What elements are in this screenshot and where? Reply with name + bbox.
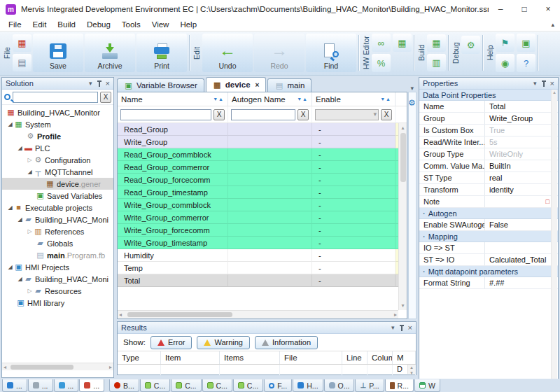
column-header-autogen-name[interactable]: Autogen Name▼▲ [228, 92, 312, 106]
table-row[interactable]: Write_Group- [118, 136, 407, 148]
scroll-up-icon[interactable]: ▴ [401, 125, 404, 131]
build-solution-button[interactable]: ▦ [427, 34, 446, 52]
sort-icons[interactable]: ▼▲ [380, 97, 391, 102]
property-row-comm-value[interactable]: Comm. Value Ma...BuiltIn [419, 160, 558, 172]
scroll-down-icon[interactable]: ▾ [410, 370, 413, 376]
bottom-tab-c1[interactable]: C... [140, 379, 170, 392]
results-pin-icon[interactable] [399, 325, 405, 331]
bottom-tab-p[interactable]: ⊥P... [355, 379, 384, 392]
expander-icon[interactable]: ◢ [16, 276, 24, 282]
bottom-tab-c4[interactable]: C... [233, 379, 263, 392]
scroll-right-icon[interactable]: ▸ [109, 364, 112, 370]
tree-item-profile[interactable]: Profile [2, 130, 113, 142]
autogen-filter-clear-button[interactable]: X [298, 109, 309, 120]
property-row-read-write-interval[interactable]: Read/Write Inter...5s [419, 136, 558, 148]
table-settings-gear-icon[interactable]: ⚙ [408, 98, 416, 108]
scroll-down-icon[interactable]: ▾ [401, 302, 404, 309]
bottom-tab-find[interactable]: F... [264, 379, 292, 392]
help-about-button[interactable]: ? [517, 54, 536, 72]
property-row-st-type[interactable]: ST Typereal [419, 172, 558, 184]
close-button[interactable]: × [536, 0, 560, 18]
information-filter-button[interactable]: Information [255, 336, 318, 349]
tab-close-icon[interactable]: × [255, 81, 260, 89]
expander-icon[interactable]: ▷ [26, 157, 34, 163]
minimize-button[interactable]: – [489, 0, 512, 18]
tree-item-mqttchannel[interactable]: ◢MQTTchannel [2, 166, 113, 178]
tree-item-hmi-projects[interactable]: ◢HMI Projects [2, 261, 113, 273]
tab-variable-browser[interactable]: Variable Browser [117, 78, 204, 92]
results-column-line[interactable]: Line [342, 351, 368, 364]
bottom-tab-watch[interactable]: W [414, 379, 440, 392]
results-column-m[interactable]: M [393, 351, 416, 364]
error-filter-button[interactable]: Error [150, 336, 192, 349]
table-row-selected[interactable]: Total- [118, 274, 407, 287]
enable-filter-dropdown[interactable] [315, 109, 379, 120]
property-row-enable-swautogen[interactable]: Enable SWAutogenFalse [419, 219, 558, 231]
table-row[interactable]: Write_Group_forcecomm- [118, 224, 407, 237]
tree-item-main-program[interactable]: main.Program.fb [2, 249, 113, 261]
bottom-tab-left-2[interactable]: ... [28, 379, 53, 392]
table-row[interactable]: Read_Group_timestamp- [118, 186, 407, 199]
tree-item-plc[interactable]: ◢PLC [2, 142, 113, 154]
expander-icon[interactable]: ◢ [16, 145, 24, 151]
menu-build[interactable]: Build [52, 20, 81, 29]
scroll-right-icon[interactable]: ▸ [394, 312, 397, 318]
expander-icon[interactable]: ▷ [26, 228, 34, 234]
tree-item-executable-projects[interactable]: ◢Executable projects [2, 202, 113, 214]
open-solution-button[interactable]: ▤ [13, 54, 31, 71]
table-row[interactable]: Temp- [118, 262, 407, 274]
menu-debug[interactable]: Debug [81, 20, 116, 29]
properties-vertical-scrollbar[interactable]: ▴ [551, 90, 557, 381]
expander-icon[interactable]: ▷ [26, 288, 34, 294]
menu-file[interactable]: File [3, 20, 27, 29]
section-data-point-properties[interactable]: Data Point Properties - [419, 90, 558, 101]
tree-item-solution-root[interactable]: Building_HVAC_Monitor [2, 106, 113, 118]
property-row-is-custom-box[interactable]: Is Custom BoxTrue [419, 125, 558, 136]
autogen-filter-input[interactable] [231, 109, 295, 120]
name-filter-clear-button[interactable]: X [214, 109, 225, 120]
results-column-item[interactable]: Item [161, 351, 220, 364]
expander-icon[interactable]: ◢ [6, 264, 14, 270]
expander-icon[interactable]: ◢ [6, 121, 14, 127]
property-row-io-to-st[interactable]: IO => ST [419, 242, 558, 254]
expander-icon[interactable]: ◢ [6, 204, 14, 211]
results-vertical-scrollbar[interactable]: ▴ ▾ [407, 365, 415, 374]
maximize-button[interactable]: □ [512, 0, 536, 18]
table-row[interactable]: Read_Group_forcecomm- [118, 174, 407, 186]
tree-item-exec-project[interactable]: ◢Building_HVAC_Moni [2, 214, 113, 225]
table-row[interactable]: Write_Group_commblock- [118, 199, 407, 211]
bottom-tab-c2[interactable]: C... [171, 379, 201, 392]
scroll-up-icon[interactable]: ▴ [553, 90, 556, 94]
bottom-tab-left-1[interactable]: ... [2, 379, 27, 392]
warning-filter-button[interactable]: Warning [197, 336, 250, 349]
bottom-tab-solution[interactable]: ... [79, 379, 104, 392]
tree-item-resources[interactable]: ▷Resources [2, 285, 113, 297]
scroll-up-icon[interactable]: ▴ [410, 365, 413, 370]
table-row[interactable]: Read_Group_commblock- [118, 148, 407, 161]
help-updates-button[interactable]: ▣ [517, 34, 536, 52]
name-filter-input[interactable] [120, 109, 211, 120]
hw-attach-button[interactable]: ∞ [372, 34, 391, 52]
bottom-tab-h[interactable]: H... [293, 379, 323, 392]
section-mapping[interactable]: · Mapping - [419, 231, 558, 242]
properties-close-icon[interactable]: × [550, 79, 554, 88]
bottom-tab-results[interactable]: R... [385, 379, 414, 392]
bottom-tab-breakpoints[interactable]: B... [109, 379, 139, 392]
solution-search-input[interactable] [13, 92, 98, 103]
tab-main[interactable]: main [267, 78, 312, 92]
results-menu-icon[interactable]: ▾ [391, 324, 395, 331]
menu-view[interactable]: View [146, 20, 175, 29]
property-row-group-type[interactable]: Group TypeWriteOnly [419, 148, 558, 160]
sort-icons[interactable]: ▼▲ [213, 97, 224, 102]
solution-menu-icon[interactable]: ▾ [89, 80, 92, 87]
bottom-tab-output[interactable]: O... [324, 379, 355, 392]
bottom-tab-c3[interactable]: C... [202, 379, 232, 392]
save-button[interactable]: Save [33, 34, 83, 72]
property-row-name[interactable]: NameTotal [419, 101, 558, 113]
table-row[interactable]: Write_Group_timestamp- [118, 237, 407, 249]
solution-search-clear-button[interactable]: X [100, 92, 111, 103]
tree-item-hmi-library[interactable]: HMI library [2, 297, 113, 309]
scroll-left-icon[interactable]: ◂ [4, 364, 6, 370]
tab-device[interactable]: device × [206, 77, 267, 92]
expander-icon[interactable]: ◢ [16, 216, 24, 223]
